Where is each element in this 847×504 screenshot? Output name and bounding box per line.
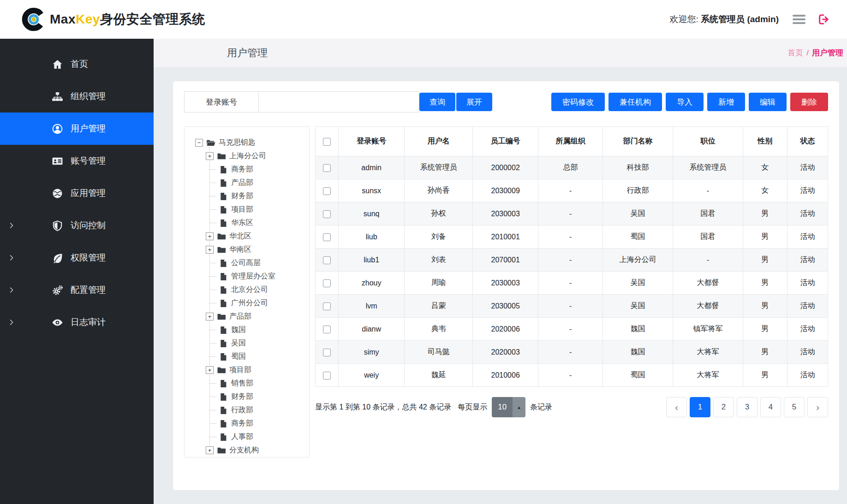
tree-node-label[interactable]: 销售部	[231, 379, 253, 388]
expand-button[interactable]: 展开	[456, 93, 492, 111]
add-button[interactable]: 新增	[707, 93, 745, 111]
pagination-page-1[interactable]: 1	[690, 397, 710, 417]
tree-node-label[interactable]: 公司高层	[231, 258, 261, 268]
table-row[interactable]: simy司马懿2020003-魏国大将军男活动	[316, 341, 828, 364]
tree-node-label[interactable]: 蜀国	[231, 352, 246, 362]
login-account-input[interactable]	[259, 91, 419, 113]
query-button[interactable]: 查询	[419, 93, 455, 111]
row-checkbox[interactable]	[323, 372, 331, 379]
organization-tree: −马克思钥匙+上海分公司商务部产品部财务部项目部华东区+华北区+华南区公司高层管…	[184, 126, 310, 457]
sidebar-item-organization[interactable]: 组织管理	[0, 80, 154, 113]
row-checkbox[interactable]	[323, 279, 331, 287]
table-row[interactable]: lvm吕蒙2030005-吴国大都督男活动	[316, 295, 828, 318]
sidebar-item-applications[interactable]: 应用管理	[0, 177, 154, 209]
tree-expander-minus[interactable]: −	[195, 139, 203, 147]
tree-expander-plus[interactable]: +	[206, 246, 214, 254]
tree-expander-plus[interactable]: +	[206, 313, 214, 320]
row-checkbox[interactable]	[323, 326, 331, 333]
tree-node-label[interactable]: 上海分公司	[229, 151, 266, 161]
sidebar-item-label: 日志审计	[71, 316, 106, 328]
table-row[interactable]: weiy魏延2010006-蜀国大将军男活动	[316, 364, 828, 387]
row-checkbox[interactable]	[323, 349, 331, 356]
table-row[interactable]: dianw典韦2020006-魏国镇军将军男活动	[316, 318, 828, 341]
table-row[interactable]: zhouy周瑜2030003-吴国大都督男活动	[316, 272, 828, 295]
table-row[interactable]: liub1刘表2070001-上海分公司-男活动	[316, 249, 828, 272]
page-title: 用户管理	[227, 46, 268, 60]
tree-node-label[interactable]: 分支机构	[229, 445, 259, 455]
sidebar-item-users[interactable]: 用户管理	[0, 113, 154, 145]
select-all-checkbox[interactable]	[323, 138, 331, 146]
tree-expander-plus[interactable]: +	[206, 446, 214, 454]
row-checkbox[interactable]	[323, 302, 331, 310]
chevron-right-icon	[7, 221, 16, 230]
sidebar-item-label: 组织管理	[71, 90, 106, 102]
tree-node-label[interactable]: 行政部	[231, 405, 253, 415]
import-button[interactable]: 导入	[666, 93, 704, 111]
tree-node-label[interactable]: 财务部	[231, 392, 253, 402]
change-password-button[interactable]: 密码修改	[551, 93, 605, 111]
tree-node-label[interactable]: 华东区	[231, 218, 253, 228]
tree-node-label[interactable]: 广州分公司	[231, 298, 268, 308]
tree-node: 财务部	[185, 390, 309, 403]
cell-login-account: liub	[338, 225, 404, 249]
breadcrumb-home-link[interactable]: 首页	[787, 48, 803, 57]
tree-node-label[interactable]: 人事部	[231, 432, 253, 442]
sidebar-item-accounts[interactable]: 账号管理	[0, 145, 154, 177]
tree-node-label[interactable]: 马克思钥匙	[219, 138, 256, 148]
login-account-label: 登录账号	[184, 91, 259, 113]
menu-icon[interactable]	[793, 13, 805, 26]
cell-username: 孙权	[405, 202, 473, 225]
row-checkbox[interactable]	[323, 210, 331, 218]
tree-expander-plus[interactable]: +	[206, 232, 214, 240]
row-checkbox[interactable]	[323, 256, 331, 264]
logout-icon[interactable]	[817, 13, 830, 26]
tree-node-label[interactable]: 华北区	[229, 231, 251, 241]
pagination-page-4[interactable]: 4	[760, 397, 781, 417]
tree-expander-plus[interactable]: +	[206, 366, 214, 374]
sidebar-item-home[interactable]: 首页	[0, 48, 154, 80]
table-row[interactable]: admin系统管理员2000002总部科技部系统管理员女活动	[316, 156, 828, 179]
pagination-next[interactable]: ›	[807, 397, 828, 417]
tree-expander-plus[interactable]: +	[206, 152, 214, 160]
cell-employee-id: 2010006	[473, 364, 538, 387]
sidebar-item-audit[interactable]: 日志审计	[0, 306, 154, 338]
sidebar-item-access[interactable]: 访问控制	[0, 209, 154, 242]
tree-node-label[interactable]: 魏国	[231, 325, 246, 335]
tree-node-label[interactable]: 吴国	[231, 338, 246, 348]
tree-node-label[interactable]: 产品部	[231, 178, 253, 188]
cell-position: -	[673, 179, 743, 202]
per-page-value: 10	[492, 397, 513, 417]
tree-node: +项目部	[185, 363, 309, 377]
tree-node-label[interactable]: 北京分公司	[231, 285, 268, 295]
tree-node-label[interactable]: 华南区	[229, 245, 251, 255]
row-checkbox[interactable]	[323, 164, 331, 172]
row-checkbox[interactable]	[323, 233, 331, 241]
pagination-prev[interactable]: ‹	[666, 397, 687, 417]
concurrent-org-button[interactable]: 兼任机构	[608, 93, 662, 111]
cell-login-account: liub1	[338, 249, 404, 272]
sidebar-item-permissions[interactable]: 权限管理	[0, 242, 154, 274]
tree-node-label[interactable]: 商务部	[231, 419, 253, 428]
tree-node-label[interactable]: 产品部	[229, 312, 251, 321]
pagination-page-2[interactable]: 2	[713, 397, 734, 417]
tree-node-label[interactable]: 项目部	[231, 205, 253, 214]
sidebar-item-label: 权限管理	[71, 252, 106, 264]
table-row[interactable]: liub刘备2010001-蜀国国君男活动	[316, 225, 828, 249]
table-row[interactable]: sunsx孙尚香2030009-行政部-女活动	[316, 179, 828, 202]
delete-button[interactable]: 删除	[790, 93, 828, 111]
sidebar-item-configuration[interactable]: 配置管理	[0, 274, 154, 306]
table-row[interactable]: sunq孙权2030003-吴国国君男活动	[316, 202, 828, 225]
tree-node-label[interactable]: 商务部	[231, 165, 253, 174]
tree-node-label[interactable]: 财务部	[231, 191, 253, 201]
tree-node-label[interactable]: 项目部	[229, 365, 251, 375]
cell-gender: 女	[743, 179, 787, 202]
row-checkbox[interactable]	[323, 187, 331, 195]
column-header-department: 部门名称	[603, 127, 673, 156]
pagination-page-5[interactable]: 5	[784, 397, 805, 417]
edit-button[interactable]: 编辑	[749, 93, 787, 111]
tree-node-label[interactable]: 管理层办公室	[231, 272, 275, 281]
tree-node: +华南区	[185, 243, 309, 256]
per-page-dropdown[interactable]: 10 ▴	[492, 397, 525, 417]
pagination-page-3[interactable]: 3	[737, 397, 758, 417]
cell-position: 镇军将军	[673, 318, 743, 341]
